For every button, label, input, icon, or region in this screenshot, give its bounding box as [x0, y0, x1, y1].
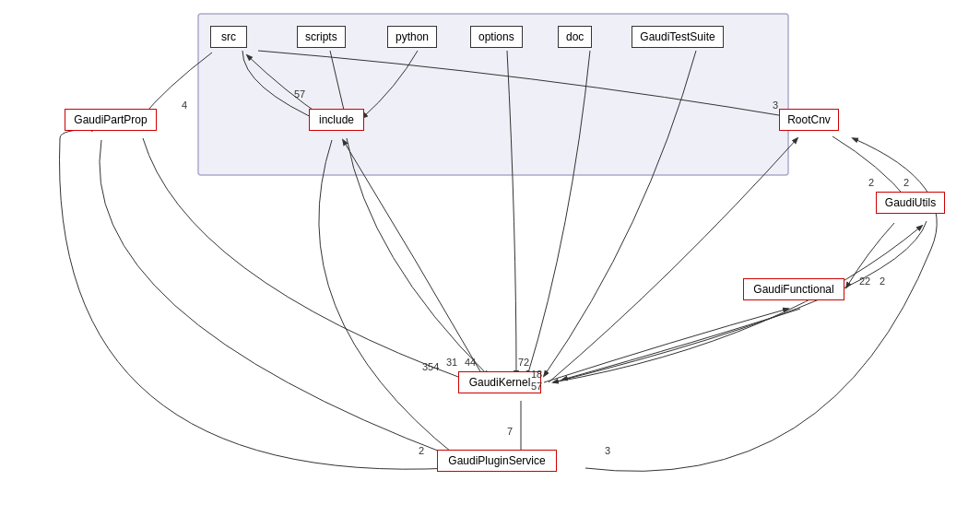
edge-label-18: 18: [531, 369, 542, 380]
edge-label-3-right: 3: [605, 445, 610, 456]
edge-label-2b: 2: [903, 177, 909, 188]
node-python: python: [387, 26, 437, 48]
edge-label-72: 72: [518, 357, 529, 368]
edge-label-354: 354: [422, 361, 439, 372]
edge-label-31: 31: [446, 357, 457, 368]
node-include: include: [309, 109, 364, 131]
edge-label-57b: 57: [531, 381, 542, 392]
node-gaudipartprop: GaudiPartProp: [65, 109, 157, 131]
edge-label-3-rootcnv: 3: [773, 100, 778, 111]
edge-label-44: 44: [465, 357, 476, 368]
node-gaudipluginservice: GaudiPluginService: [437, 450, 557, 472]
edge-label-57: 57: [294, 88, 305, 100]
node-doc: doc: [558, 26, 592, 48]
node-src: src: [210, 26, 247, 48]
edge-label-22: 22: [859, 276, 870, 287]
edge-label-4: 4: [182, 100, 187, 111]
edge-label-2-left: 2: [419, 445, 424, 456]
node-gaudiutils: GaudiUtils: [876, 192, 945, 214]
edge-label-7: 7: [507, 426, 513, 437]
node-rootcnv: RootCnv: [779, 109, 839, 131]
edge-label-2a: 2: [868, 177, 874, 188]
node-options: options: [470, 26, 523, 48]
node-gaudikernel: GaudiKernel: [458, 371, 541, 393]
node-scripts: scripts: [297, 26, 346, 48]
node-gaudifunctional: GaudiFunctional: [743, 278, 844, 300]
edge-label-2c: 2: [880, 276, 885, 287]
node-gauditestsuite: GaudiTestSuite: [632, 26, 724, 48]
